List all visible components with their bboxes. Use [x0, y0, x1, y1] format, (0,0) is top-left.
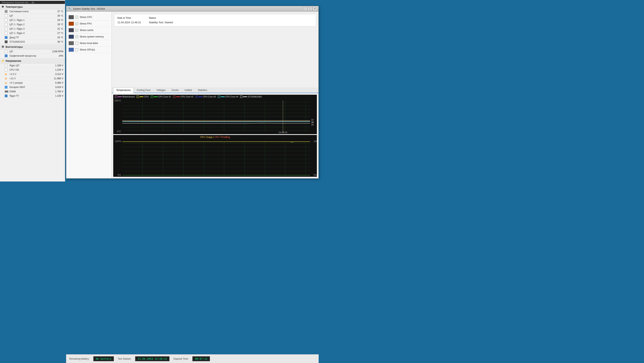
tab-cooling-fans[interactable]: Cooling Fans — [134, 88, 154, 93]
temp-gpu-value: 43 °C — [50, 36, 63, 39]
stress-disks-item[interactable]: Stress local disks — [68, 40, 110, 46]
stress-cpu-label: Stress CPU — [80, 16, 92, 18]
list-item: ЦП 36 °C — [0, 14, 65, 18]
vgpu-label: Ядро ГП — [10, 94, 50, 97]
list-item: ⊕ +5 V резерв 5.080 V — [0, 81, 65, 85]
tab-voltages[interactable]: Voltages — [154, 88, 168, 93]
temp-core4-value: 27 °C — [50, 32, 63, 34]
vbat-label: Батарея VBAT — [10, 86, 50, 88]
legend-core4-checkbox[interactable]: ✓ — [218, 96, 220, 98]
fan-gpu-value: 24% — [50, 54, 63, 57]
chart-legend: ✓ Motherboard ✓ CPU ✓ CPU Core #1 — [113, 95, 317, 99]
stress-gpu-checkbox[interactable] — [75, 48, 78, 51]
status-value: Stability Test: Started — [149, 21, 173, 24]
section-voltages-label: Напряжения — [6, 60, 21, 62]
vcore-value: 1.168 V — [50, 64, 63, 67]
cpu-chart-svg: 100% 0% 100% 0% — [113, 139, 317, 177]
list-item: Ядро ЦП 1.168 V — [0, 63, 65, 68]
dimm-label: DIMM — [10, 90, 50, 93]
cpu-throttle-label: CPU Throttling — [214, 136, 230, 138]
legend-core1[interactable]: ✓ CPU Core #1 — [151, 96, 171, 98]
stress-disks-checkbox[interactable] — [75, 42, 78, 44]
fan-cpu-icon — [5, 50, 8, 53]
info-status-col: Status Stability Test: Started — [149, 16, 173, 24]
app-icon: 🔧 — [68, 7, 72, 11]
v33-icon: ⊕ — [5, 73, 8, 76]
tab-statistics[interactable]: Statistics — [195, 88, 210, 93]
v33-value: 3.312 V — [50, 73, 63, 76]
legend-mobo-color — [118, 96, 122, 97]
cpu-usage-label: CPU Usage — [200, 136, 212, 138]
section-fans: ⚙ Вентиляторы — [0, 44, 65, 49]
stress-cpu-item[interactable]: ✓ Stress CPU — [68, 14, 110, 20]
stress-memory-label: Stress system memory — [80, 35, 104, 38]
fan-gpu-label: Графический процессор — [10, 54, 50, 57]
legend-core4[interactable]: ✓ CPU Core #4 — [218, 96, 238, 98]
stress-cpu-icon — [69, 15, 74, 19]
stress-tests-panel: ✓ Stress CPU ✓ Stress FPU ✓ Stress cache… — [66, 12, 112, 178]
legend-core3-checkbox[interactable]: ✓ — [195, 96, 198, 98]
legend-cpu-label: CPU — [144, 96, 148, 98]
temp-core2-value: 35 °C — [50, 23, 63, 26]
date-label: Date & Time — [118, 16, 141, 19]
legend-core2-checkbox[interactable]: ✓ — [173, 96, 176, 98]
legend-core2-color — [176, 96, 180, 97]
list-item: Системная плата 37 °C — [0, 9, 65, 14]
stress-gpu-item[interactable]: Stress GPU(s) — [68, 46, 110, 53]
stress-cache-item[interactable]: ✓ Stress cache — [68, 27, 110, 34]
window-controls: — □ ✕ — [303, 7, 317, 11]
tab-temperatures[interactable]: Temperatures — [113, 88, 134, 93]
stress-fpu-checkbox[interactable]: ✓ — [75, 22, 78, 25]
info-panel: Date & Time 11.04.2024 12:48:22 Status S… — [112, 12, 318, 86]
alert-value: Да — [32, 1, 34, 4]
main-content-area: Date & Time 11.04.2024 12:48:22 Status S… — [112, 12, 318, 178]
temp-mobo-value: 37 °C — [50, 10, 63, 13]
info-table: Date & Time 11.04.2024 12:48:22 Status S… — [114, 14, 316, 26]
legend-cpu[interactable]: ✓ CPU — [136, 96, 148, 98]
section-temperatures: ❄ Температуры — [0, 4, 65, 9]
list-item: DIMM 1.760 V — [0, 89, 65, 94]
legend-hdd-checkbox[interactable]: ✓ — [240, 96, 242, 98]
minimize-button[interactable]: — — [303, 7, 308, 11]
close-button[interactable]: ✕ — [312, 7, 317, 11]
legend-core2[interactable]: ✓ CPU Core #2 — [173, 96, 193, 98]
stress-cpu-checkbox[interactable]: ✓ — [75, 16, 78, 18]
legend-mobo-checkbox[interactable]: ✓ — [115, 96, 117, 98]
legend-hdd[interactable]: ✓ ST3160815AS — [240, 96, 262, 98]
alert-text: Обнаружено вскрытие кор... — [2, 1, 30, 4]
legend-cpu-checkbox[interactable]: ✓ — [136, 96, 139, 98]
list-item: ЦП 1 / Ядро 4 27 °C — [0, 31, 65, 35]
vgpu-value: 1.100 V — [50, 94, 63, 97]
legend-hdd-color — [243, 96, 247, 97]
legend-core2-label: CPU Core #2 — [180, 96, 193, 98]
list-item: ЦП 1 / Ядро 2 35 °C — [0, 22, 65, 27]
stress-memory-checkbox[interactable]: ✓ — [75, 35, 78, 38]
section-temperatures-label: Температуры — [6, 5, 23, 8]
core4-icon — [5, 32, 8, 34]
tab-unified[interactable]: Unified — [182, 88, 195, 93]
v12-icon: ⊕ — [5, 77, 8, 80]
legend-motherboard[interactable]: ✓ Motherboard — [115, 96, 134, 98]
legend-core3[interactable]: ✓ CPU Core #3 — [195, 96, 216, 98]
temp-cpu-label: ЦП — [10, 14, 50, 17]
list-item: ЦП 1248 RPM — [0, 49, 65, 54]
list-item: ⊕ +12 V 11.985 V — [0, 76, 65, 81]
v12-label: +12 V — [10, 77, 50, 80]
stress-fpu-item[interactable]: ✓ Stress FPU — [68, 20, 110, 27]
svg-text:100%: 100% — [314, 140, 317, 143]
list-item: Ядро ГП 1.100 V — [0, 94, 65, 98]
legend-mobo-label: Motherboard — [122, 96, 134, 98]
v5r-icon: ⊕ — [5, 82, 8, 84]
maximize-button[interactable]: □ — [308, 7, 312, 11]
stress-cache-icon — [69, 28, 74, 32]
tab-clocks[interactable]: Clocks — [168, 88, 182, 93]
stress-cache-checkbox[interactable]: ✓ — [75, 29, 78, 32]
window-title: System Stability Test - AIDA64 — [73, 8, 302, 10]
svg-text:100°C: 100°C — [114, 100, 121, 102]
gpu-diode-icon — [5, 36, 8, 39]
legend-core1-checkbox[interactable]: ✓ — [151, 96, 153, 98]
vid-icon — [5, 68, 8, 71]
temp-core1-label: ЦП 1 / Ядро 1 — [10, 19, 50, 22]
core2-icon — [5, 23, 8, 26]
stress-memory-item[interactable]: ✓ Stress system memory — [68, 34, 110, 40]
